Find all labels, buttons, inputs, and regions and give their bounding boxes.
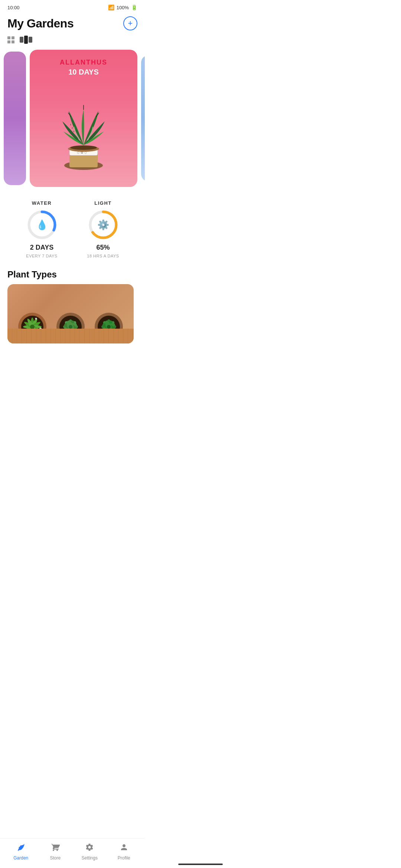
plant-days: 10 DAYS — [68, 68, 99, 76]
light-sub: 18 HRS A DAYS — [87, 254, 119, 258]
wood-texture — [7, 329, 134, 343]
water-value: 2 DAYS — [30, 244, 53, 251]
grid-dot — [12, 36, 14, 39]
light-stat: LIGHT ⚙️ 65% 18 HRS A DAYS — [87, 200, 120, 258]
water-icon: 💧 — [36, 219, 48, 231]
plant-illustration: ◇ ✿ ◇ — [50, 84, 117, 177]
light-value: 65% — [96, 244, 110, 251]
plant-types-scroll[interactable] — [7, 284, 137, 343]
carousel-view-button[interactable] — [20, 36, 32, 44]
carousel-bar — [20, 37, 23, 43]
grid-dot — [7, 40, 10, 43]
light-icon: ⚙️ — [97, 219, 109, 231]
svg-point-26 — [35, 318, 37, 320]
grid-dot — [7, 36, 10, 39]
plant-types-section: Plant Types — [0, 266, 145, 343]
plant-name: ALLANTHUS — [60, 59, 107, 66]
header: My Gardens + — [0, 13, 145, 36]
svg-point-38 — [69, 325, 72, 329]
plant-types-title: Plant Types — [7, 269, 137, 280]
plant-image: ◇ ✿ ◇ — [46, 80, 121, 177]
battery-text: 100% — [117, 5, 129, 10]
carousel-bar — [29, 37, 32, 43]
view-toggle — [0, 36, 145, 50]
light-circle: ⚙️ — [87, 208, 120, 241]
plant-types-image — [7, 284, 134, 343]
light-label: LIGHT — [94, 200, 112, 206]
battery-icon: 🔋 — [131, 4, 137, 10]
carousel-bar — [24, 36, 28, 44]
card-peek-right: 🌸 — [141, 55, 145, 181]
stats-section: WATER 💧 2 DAYS EVERY 7 DAYS LIGHT ⚙️ 65%… — [0, 193, 145, 266]
status-bar: 10:00 📶 100% 🔋 — [0, 0, 145, 13]
water-label: WATER — [32, 200, 52, 206]
grid-dot — [12, 40, 14, 43]
time: 10:00 — [7, 5, 20, 10]
svg-point-49 — [107, 325, 111, 329]
wifi-icon: 📶 — [108, 4, 114, 10]
water-stat: WATER 💧 2 DAYS EVERY 7 DAYS — [25, 200, 59, 258]
water-sub: EVERY 7 DAYS — [26, 254, 57, 258]
svg-rect-5 — [69, 155, 98, 167]
svg-point-7 — [70, 145, 97, 150]
water-circle: 💧 — [25, 208, 59, 241]
page-title: My Gardens — [7, 17, 74, 30]
grid-view-button[interactable] — [7, 36, 14, 43]
add-garden-button[interactable]: + — [123, 16, 137, 30]
cards-carousel[interactable]: ALLANTHUS 10 DAYS ◇ ✿ ◇ — [0, 50, 145, 193]
card-peek-left — [4, 52, 26, 185]
status-icons: 📶 100% 🔋 — [108, 4, 137, 10]
add-icon: + — [128, 19, 133, 28]
plant-card-main[interactable]: ALLANTHUS 10 DAYS ◇ ✿ ◇ — [30, 50, 137, 187]
